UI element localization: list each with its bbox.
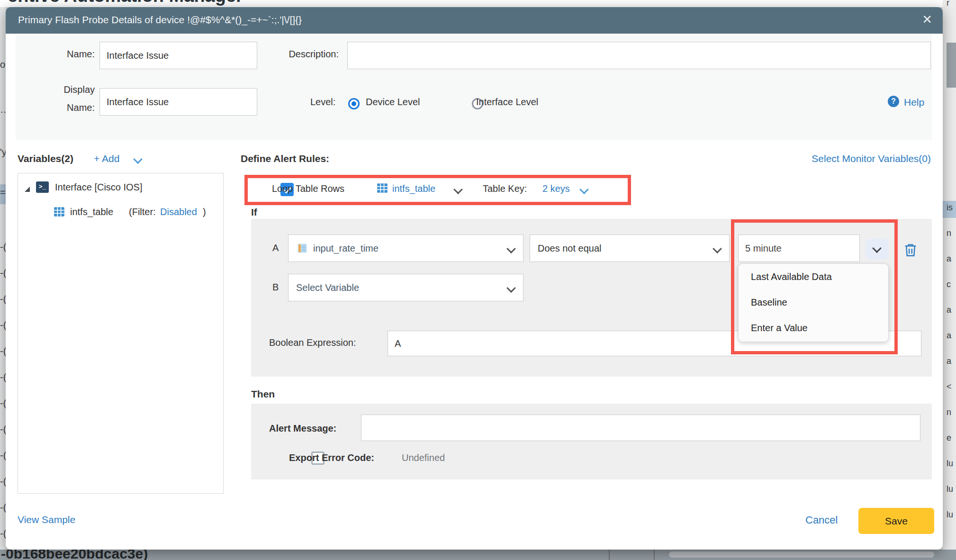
- terminal-icon: >_: [36, 181, 49, 193]
- tree-child-label[interactable]: intfs_table: [70, 207, 113, 217]
- interface-level-label: Interface Level: [476, 97, 538, 108]
- bg-fragment: lu: [947, 484, 953, 494]
- filter-suffix: ): [203, 207, 206, 217]
- display-name-input[interactable]: Interface Issue: [99, 88, 257, 116]
- chevron-down-icon: [506, 283, 516, 293]
- tree-expander-icon[interactable]: [25, 187, 30, 192]
- add-variable-button[interactable]: + Add: [94, 153, 119, 164]
- table-key-label: Table Key:: [483, 183, 527, 194]
- bg-fragment: -(: [0, 424, 6, 435]
- bg-fragment: -(: [0, 346, 6, 357]
- alert-message-input[interactable]: [361, 415, 920, 441]
- close-icon[interactable]: ✕: [922, 12, 932, 27]
- bg-fragment: -(: [0, 320, 6, 331]
- name-label: Name:: [34, 49, 95, 60]
- background-bottom-strip: -0b168bee20bdcac3e): [0, 550, 956, 560]
- display-name-label-line2: Name:: [34, 102, 95, 113]
- background-scroll-block: [947, 43, 956, 88]
- chevron-down-icon: [872, 244, 882, 253]
- value-input[interactable]: 5 minute: [738, 235, 860, 262]
- add-chevron-down-icon[interactable]: [133, 154, 143, 164]
- bg-fragment: a: [947, 356, 951, 366]
- view-sample-link[interactable]: View Sample: [18, 514, 75, 525]
- variable-b-select[interactable]: Select Variable: [288, 274, 523, 301]
- bg-fragment: e: [947, 433, 951, 443]
- bg-fragment: -(: [0, 294, 6, 305]
- row-b-label: B: [272, 282, 279, 293]
- divider: [654, 550, 655, 560]
- bg-fragment: o: [0, 59, 5, 70]
- background-id-text: -0b168bee20bdcac3e): [1, 550, 148, 560]
- bg-fragment: 'y: [0, 147, 6, 158]
- bg-fragment: -(: [0, 242, 6, 253]
- variable-a-select[interactable]: input_rate_time: [288, 235, 523, 262]
- bg-fragment: -(: [0, 398, 6, 409]
- value-text: 5 minute: [745, 243, 782, 254]
- save-button[interactable]: Save: [858, 508, 934, 534]
- probe-details-dialog: Primary Flash Probe Details of device !@…: [6, 7, 943, 550]
- bg-fragment: -(: [0, 502, 6, 513]
- bg-fragment: a: [947, 305, 951, 315]
- background-top-strip: entive Automation Manager: [0, 0, 956, 7]
- column-variable-icon: [296, 242, 308, 254]
- menu-item-baseline[interactable]: Baseline: [739, 289, 888, 315]
- bg-fragment: n: [947, 228, 951, 238]
- cancel-button[interactable]: Cancel: [805, 514, 838, 526]
- table-key-chevron-down-icon[interactable]: [579, 185, 589, 194]
- table-icon: [376, 182, 388, 194]
- bg-fragment: r: [947, 0, 949, 8]
- bg-fragment: c: [947, 280, 951, 289]
- chevron-down-icon: [712, 244, 722, 253]
- description-label: Description:: [269, 49, 339, 60]
- boolean-expression-value: A: [395, 338, 401, 349]
- dialog-header: Primary Flash Probe Details of device !@…: [6, 7, 943, 34]
- loop-table-select[interactable]: intfs_table: [392, 183, 435, 194]
- bg-fragment: …: [0, 104, 6, 115]
- bg-fragment: -(: [0, 450, 6, 461]
- select-monitor-variables-link[interactable]: Select Monitor Variables(0): [812, 153, 931, 164]
- export-error-code-label: Export Error Code:: [289, 452, 374, 463]
- bg-fragment: lu: [947, 510, 953, 520]
- filter-disabled-link[interactable]: Disabled: [160, 207, 197, 217]
- define-alert-rules-title: Define Alert Rules:: [241, 153, 329, 164]
- variable-a-value: input_rate_time: [313, 243, 379, 254]
- display-name-label-line1: Display: [34, 84, 95, 95]
- menu-item-enter-a-value[interactable]: Enter a Value: [739, 315, 888, 341]
- background-right-sliver: r is n a c a a a < n e lu lu lu: [943, 0, 956, 560]
- divider: [609, 550, 610, 560]
- delete-rule-trash-icon[interactable]: [902, 241, 919, 258]
- value-dropdown-menu: Last Available Data Baseline Enter a Val…: [738, 263, 889, 342]
- background-page-title: entive Automation Manager: [8, 0, 243, 6]
- then-label: Then: [251, 388, 275, 400]
- help-icon[interactable]: ?: [888, 96, 899, 107]
- background-scrollbar[interactable]: [669, 551, 934, 558]
- if-label: If: [251, 207, 257, 218]
- loop-table-chevron-down-icon[interactable]: [453, 185, 463, 194]
- bg-fragment: -(: [0, 372, 6, 383]
- bg-fragment: -(: [0, 268, 6, 279]
- level-label: Level:: [310, 97, 335, 108]
- description-input[interactable]: [347, 42, 931, 69]
- operator-value: Does not equal: [538, 243, 602, 254]
- menu-item-last-available-data[interactable]: Last Available Data: [739, 264, 888, 289]
- device-level-label: Device Level: [366, 97, 420, 108]
- bg-fragment: -(: [0, 476, 6, 487]
- tree-root-label[interactable]: Interface [Cisco IOS]: [55, 182, 143, 193]
- operator-select[interactable]: Does not equal: [530, 235, 730, 262]
- bg-fragment: a: [947, 254, 951, 264]
- device-level-radio[interactable]: [348, 98, 360, 109]
- export-error-code-value: Undefined: [402, 452, 445, 463]
- alert-message-label: Alert Message:: [269, 423, 336, 434]
- value-dropdown-button[interactable]: [866, 239, 888, 260]
- boolean-expression-label: Boolean Expression:: [269, 337, 356, 348]
- bg-fragment: lu: [947, 459, 953, 469]
- name-value: Interface Issue: [107, 50, 169, 61]
- bg-fragment: n: [947, 407, 951, 417]
- table-key-select[interactable]: 2 keys: [542, 183, 570, 194]
- bg-fragment: =$: [0, 187, 6, 198]
- name-input[interactable]: Interface Issue: [99, 42, 257, 69]
- variable-b-placeholder: Select Variable: [296, 282, 359, 293]
- table-icon: [53, 206, 65, 218]
- help-link[interactable]: Help: [904, 97, 924, 108]
- filter-prefix: (Filter:: [129, 207, 156, 217]
